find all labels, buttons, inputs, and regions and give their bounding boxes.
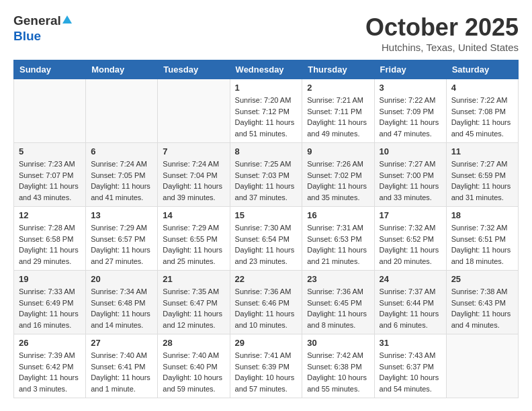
calendar-cell: 16Sunrise: 7:31 AM Sunset: 6:53 PM Dayli… [302,207,374,271]
day-info: Sunrise: 7:41 AM Sunset: 6:39 PM Dayligh… [235,350,298,394]
day-number: 10 [380,146,441,156]
day-number: 6 [91,146,152,156]
logo-triangle-icon [62,15,72,24]
calendar-cell: 15Sunrise: 7:30 AM Sunset: 6:54 PM Dayli… [230,207,302,271]
day-number: 4 [451,83,513,93]
day-of-week-header: Saturday [446,60,518,79]
day-info: Sunrise: 7:33 AM Sunset: 6:49 PM Dayligh… [19,286,81,330]
calendar-cell [86,79,158,143]
day-info: Sunrise: 7:35 AM Sunset: 6:47 PM Dayligh… [163,286,224,330]
calendar-week-row: 1Sunrise: 7:20 AM Sunset: 7:12 PM Daylig… [14,79,519,143]
day-number: 3 [380,83,441,93]
day-info: Sunrise: 7:40 AM Sunset: 6:40 PM Dayligh… [163,350,224,394]
calendar-cell: 9Sunrise: 7:26 AM Sunset: 7:02 PM Daylig… [302,143,374,207]
day-number: 30 [307,338,369,348]
day-number: 28 [163,338,224,348]
calendar-cell: 11Sunrise: 7:27 AM Sunset: 6:59 PM Dayli… [446,143,518,207]
calendar-cell: 29Sunrise: 7:41 AM Sunset: 6:39 PM Dayli… [230,334,302,398]
day-number: 8 [235,146,298,156]
day-info: Sunrise: 7:27 AM Sunset: 6:59 PM Dayligh… [451,158,513,203]
calendar-cell: 10Sunrise: 7:27 AM Sunset: 7:00 PM Dayli… [374,143,446,207]
calendar-cell: 13Sunrise: 7:29 AM Sunset: 6:57 PM Dayli… [86,207,158,271]
day-info: Sunrise: 7:24 AM Sunset: 7:05 PM Dayligh… [91,158,152,203]
day-number: 14 [163,210,224,220]
day-info: Sunrise: 7:31 AM Sunset: 6:53 PM Dayligh… [307,222,369,267]
calendar-cell: 24Sunrise: 7:37 AM Sunset: 6:44 PM Dayli… [374,271,446,334]
day-info: Sunrise: 7:29 AM Sunset: 6:55 PM Dayligh… [163,222,224,267]
day-number: 29 [235,338,298,348]
calendar-cell: 4Sunrise: 7:22 AM Sunset: 7:08 PM Daylig… [446,79,518,143]
day-number: 11 [451,146,513,156]
day-info: Sunrise: 7:22 AM Sunset: 7:09 PM Dayligh… [380,95,441,139]
day-number: 20 [91,274,152,284]
calendar-cell: 25Sunrise: 7:38 AM Sunset: 6:43 PM Dayli… [446,271,518,334]
day-number: 23 [307,274,369,284]
day-number: 25 [451,274,513,284]
day-of-week-header: Tuesday [158,60,230,79]
calendar-week-row: 19Sunrise: 7:33 AM Sunset: 6:49 PM Dayli… [14,271,519,334]
logo: General Blue [13,13,72,44]
day-info: Sunrise: 7:29 AM Sunset: 6:57 PM Dayligh… [91,222,152,267]
day-number: 1 [235,83,298,93]
day-info: Sunrise: 7:28 AM Sunset: 6:58 PM Dayligh… [19,222,81,267]
day-number: 22 [235,274,298,284]
page-header: General Blue October 2025 Hutchins, Texa… [13,13,519,53]
day-info: Sunrise: 7:24 AM Sunset: 7:04 PM Dayligh… [163,158,224,203]
calendar-cell: 6Sunrise: 7:24 AM Sunset: 7:05 PM Daylig… [86,143,158,207]
day-info: Sunrise: 7:23 AM Sunset: 7:07 PM Dayligh… [19,158,81,203]
day-of-week-header: Monday [86,60,158,79]
day-number: 18 [451,210,513,220]
calendar-cell: 2Sunrise: 7:21 AM Sunset: 7:11 PM Daylig… [302,79,374,143]
day-number: 24 [380,274,441,284]
calendar-table: SundayMondayTuesdayWednesdayThursdayFrid… [13,60,519,398]
day-info: Sunrise: 7:32 AM Sunset: 6:52 PM Dayligh… [380,222,441,267]
day-info: Sunrise: 7:27 AM Sunset: 7:00 PM Dayligh… [380,158,441,203]
day-info: Sunrise: 7:21 AM Sunset: 7:11 PM Dayligh… [307,95,369,139]
logo-blue-text: Blue [13,29,41,43]
day-info: Sunrise: 7:30 AM Sunset: 6:54 PM Dayligh… [235,222,298,267]
calendar-cell: 26Sunrise: 7:39 AM Sunset: 6:42 PM Dayli… [14,334,86,398]
day-number: 12 [19,210,81,220]
calendar-cell: 8Sunrise: 7:25 AM Sunset: 7:03 PM Daylig… [230,143,302,207]
day-info: Sunrise: 7:36 AM Sunset: 6:45 PM Dayligh… [307,286,369,330]
day-of-week-header: Wednesday [230,60,302,79]
calendar-cell: 19Sunrise: 7:33 AM Sunset: 6:49 PM Dayli… [14,271,86,334]
calendar-cell: 20Sunrise: 7:34 AM Sunset: 6:48 PM Dayli… [86,271,158,334]
calendar-cell: 17Sunrise: 7:32 AM Sunset: 6:52 PM Dayli… [374,207,446,271]
calendar-cell: 30Sunrise: 7:42 AM Sunset: 6:38 PM Dayli… [302,334,374,398]
day-number: 21 [163,274,224,284]
day-number: 27 [91,338,152,348]
calendar-week-row: 5Sunrise: 7:23 AM Sunset: 7:07 PM Daylig… [14,143,519,207]
calendar-cell: 18Sunrise: 7:32 AM Sunset: 6:51 PM Dayli… [446,207,518,271]
day-info: Sunrise: 7:36 AM Sunset: 6:46 PM Dayligh… [235,286,298,330]
location-label: Hutchins, Texas, United States [365,42,519,53]
day-number: 5 [19,146,81,156]
calendar-cell: 21Sunrise: 7:35 AM Sunset: 6:47 PM Dayli… [158,271,230,334]
day-info: Sunrise: 7:37 AM Sunset: 6:44 PM Dayligh… [380,286,441,330]
calendar-header-row: SundayMondayTuesdayWednesdayThursdayFrid… [14,60,519,79]
day-number: 17 [380,210,441,220]
day-info: Sunrise: 7:42 AM Sunset: 6:38 PM Dayligh… [307,350,369,394]
day-info: Sunrise: 7:20 AM Sunset: 7:12 PM Dayligh… [235,95,298,139]
logo-general-text: General [13,13,61,29]
day-number: 7 [163,146,224,156]
calendar-cell: 3Sunrise: 7:22 AM Sunset: 7:09 PM Daylig… [374,79,446,143]
calendar-cell: 31Sunrise: 7:43 AM Sunset: 6:37 PM Dayli… [374,334,446,398]
day-number: 13 [91,210,152,220]
day-info: Sunrise: 7:34 AM Sunset: 6:48 PM Dayligh… [91,286,152,330]
day-number: 16 [307,210,369,220]
calendar-cell: 1Sunrise: 7:20 AM Sunset: 7:12 PM Daylig… [230,79,302,143]
day-number: 31 [380,338,441,348]
calendar-week-row: 12Sunrise: 7:28 AM Sunset: 6:58 PM Dayli… [14,207,519,271]
day-number: 2 [307,83,369,93]
day-info: Sunrise: 7:38 AM Sunset: 6:43 PM Dayligh… [451,286,513,330]
calendar-cell: 14Sunrise: 7:29 AM Sunset: 6:55 PM Dayli… [158,207,230,271]
calendar-cell: 22Sunrise: 7:36 AM Sunset: 6:46 PM Dayli… [230,271,302,334]
calendar-cell [446,334,518,398]
day-info: Sunrise: 7:43 AM Sunset: 6:37 PM Dayligh… [380,350,441,394]
day-of-week-header: Friday [374,60,446,79]
day-info: Sunrise: 7:22 AM Sunset: 7:08 PM Dayligh… [451,95,513,139]
calendar-cell: 27Sunrise: 7:40 AM Sunset: 6:41 PM Dayli… [86,334,158,398]
day-info: Sunrise: 7:39 AM Sunset: 6:42 PM Dayligh… [19,350,81,394]
calendar-cell: 7Sunrise: 7:24 AM Sunset: 7:04 PM Daylig… [158,143,230,207]
